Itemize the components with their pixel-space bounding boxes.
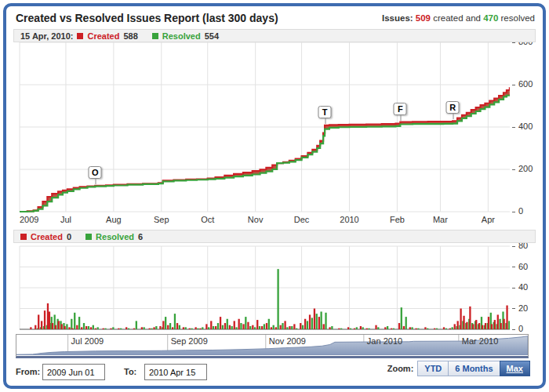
flag-marker-T[interactable]: T [318,106,332,118]
bar-resolved-legend-label[interactable]: Resolved [96,232,134,241]
y-tick-label: 200 [512,164,533,173]
bar-created-legend-label[interactable]: Created [31,232,63,241]
cumulative-chart-svg [13,39,510,213]
created-swatch-icon [77,33,83,39]
x-tick-label: Sep [154,215,169,224]
bar-y-tick-label: 0 [512,324,523,333]
y-tick-label: 600 [512,79,533,89]
x-tick-label: Aug [106,215,122,224]
footer-bar: From: To: Zoom: YTD6 MonthsMax [6,363,543,386]
flag-marker-F[interactable]: F [394,103,407,115]
x-tick-label: Mar [433,215,448,224]
main-chart-legend: 15 Apr, 2010: Created 588 Resolved 554 [13,29,536,42]
issues-created-count: 509 [416,13,431,23]
navigator-month-label: Mar 2010 [459,336,498,346]
zoom-label: Zoom: [387,364,414,373]
flag-marker-O[interactable]: O [89,166,102,179]
created-legend-label[interactable]: Created [87,31,119,41]
y-tick-label: 0 [512,206,523,216]
to-label: To: [124,367,136,376]
page-title: Created vs Resolved Issues Report (last … [16,12,278,24]
created-legend-value: 588 [123,31,137,41]
issues-label: Issues: [382,13,413,23]
issues-resolved-count: 470 [483,13,498,23]
from-date-input[interactable] [42,364,105,380]
flag-marker-R[interactable]: R [446,101,460,114]
legend-date-label: 15 Apr, 2010: [20,31,73,41]
navigator-month-label: Sep 2009 [168,336,208,346]
zoom-button-ytd[interactable]: YTD [417,361,449,376]
resolved-legend-label[interactable]: Resolved [162,31,201,41]
x-tick-label: Apr [482,215,495,224]
navigator-month-label: Jul 2009 [68,336,104,346]
navigator-month-label: Nov 2009 [266,336,306,346]
resolved-swatch-icon [85,234,92,240]
x-tick-label: Nov [248,215,264,224]
x-tick-label: Feb [390,215,405,224]
bar-resolved-legend-value: 6 [138,232,143,241]
created-vs-resolved-report-widget: Created vs Resolved Issues Report (last … [3,3,546,389]
x-tick-label: Oct [201,215,214,224]
bar-chart-legend: Created 0 Resolved 6 [13,230,536,243]
bar-y-tick-label: 20 [512,303,528,313]
resolved-swatch-icon [152,33,158,39]
y-tick-label: 400 [512,122,533,131]
x-tick-label: 2010 [340,215,358,224]
navigator-month-label: Jan 2010 [364,336,402,346]
issues-resolved-text: resolved [498,13,535,23]
x-tick-label: Jul [60,215,71,224]
bar-created-legend-value: 0 [67,232,71,241]
bar-y-tick-label: 60 [512,262,528,271]
issues-summary: Issues: 509 created and 470 resolved [382,13,535,23]
from-label: From: [16,367,40,376]
x-tick-label: 2009 [20,215,38,224]
x-tick-label: Dec [294,215,310,224]
bar-y-tick-label: 40 [512,282,528,292]
daily-bar-chart-svg [13,243,510,331]
zoom-controls: Zoom: YTD6 MonthsMax [387,364,530,373]
zoom-button-6-months[interactable]: 6 Months [448,361,500,376]
created-swatch-icon [20,234,27,240]
timeline-navigator[interactable]: Jul 2009Sep 2009Nov 2009Jan 2010Mar 2010 [16,334,529,358]
resolved-legend-value: 554 [205,31,219,41]
issues-created-text: created and [431,13,483,23]
cumulative-chart-plot[interactable]: OTFR [13,39,510,213]
daily-bar-chart-plot[interactable] [13,243,510,331]
to-date-input[interactable] [144,364,207,380]
zoom-button-max[interactable]: Max [500,361,530,376]
